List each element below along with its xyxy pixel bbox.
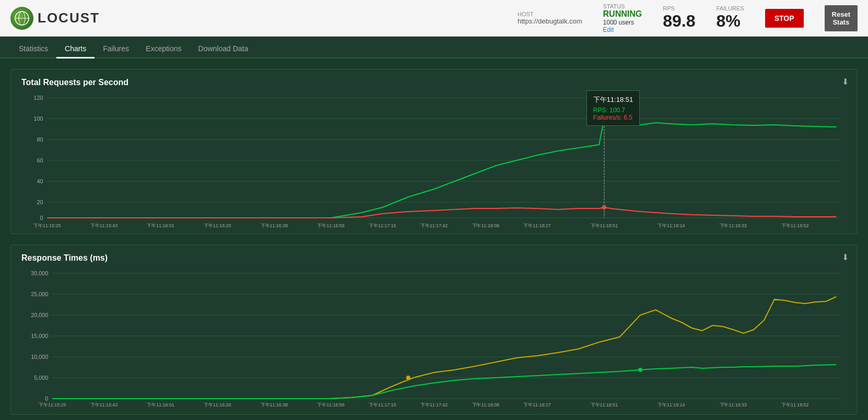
rps-value: 89.8 [663,11,695,31]
svg-text:下午11:18:51: 下午11:18:51 [591,223,618,228]
svg-text:下午11:19:33: 下午11:19:33 [720,223,747,228]
response-50-line [52,365,836,399]
svg-text:下午11:16:38: 下午11:16:38 [261,223,288,228]
svg-text:下午11:15:25: 下午11:15:25 [39,402,66,407]
users-value: 1000 users [603,19,642,26]
svg-text:下午11:16:01: 下午11:16:01 [147,223,174,228]
svg-text:25,000: 25,000 [31,291,48,297]
svg-text:下午11:15:25: 下午11:15:25 [33,223,61,228]
svg-text:下午11:17:42: 下午11:17:42 [420,402,448,407]
svg-text:下午11:18:27: 下午11:18:27 [523,402,550,407]
svg-text:15,000: 15,000 [31,333,48,339]
svg-text:下午11:18:08: 下午11:18:08 [472,402,499,407]
charts-area: Total Requests per Second ⬇ 下午11:18:51 R… [0,59,868,420]
svg-point-19 [602,205,606,209]
reset-button[interactable]: Reset Stats [825,5,858,31]
svg-text:下午11:16:56: 下午11:16:56 [317,223,344,228]
svg-text:下午11:19:14: 下午11:19:14 [658,223,685,228]
chart-rps-title: Total Requests per Second [21,78,847,87]
logo: LOCUST [10,7,100,30]
host-label: HOST [518,11,582,17]
chart-rt-download[interactable]: ⬇ [842,252,849,262]
chart-rps: Total Requests per Second ⬇ 下午11:18:51 R… [10,69,858,234]
svg-text:0: 0 [40,215,43,221]
svg-text:下午11:19:33: 下午11:19:33 [720,402,747,407]
header-info: HOST https://debugtalk.com STATUS RUNNIN… [518,3,858,33]
svg-text:下午11:18:08: 下午11:18:08 [472,223,499,228]
svg-text:下午11:16:01: 下午11:16:01 [147,402,174,407]
logo-icon [10,7,33,30]
svg-text:下午11:16:38: 下午11:16:38 [261,402,288,407]
chart-rt-svg: .grid-line2 { stroke: #2a5a3a; stroke-wi… [21,268,847,409]
failures-value: 8% [717,11,744,31]
status-label: STATUS [603,3,642,9]
failures-label: FAILURES [717,5,744,11]
host-value: https://debugtalk.com [518,17,582,25]
response-95-line [52,297,836,399]
rps-line [47,119,836,218]
svg-point-48 [638,368,642,372]
failures-line [47,207,836,218]
svg-text:80: 80 [37,136,43,143]
svg-text:下午11:18:27: 下午11:18:27 [523,223,550,228]
stop-button[interactable]: STOP [765,9,804,28]
logo-text: LOCUST [38,10,100,26]
status-block: STATUS RUNNING 1000 users Edit [603,3,642,33]
rps-label: RPS [663,5,695,11]
chart-rps-download[interactable]: ⬇ [842,77,849,87]
svg-text:5,000: 5,000 [34,375,48,381]
nav-charts[interactable]: Charts [56,40,95,59]
failures-block: FAILURES 8% [717,5,744,31]
svg-text:下午11:16:20: 下午11:16:20 [204,402,231,407]
status-value: RUNNING [603,9,642,19]
svg-text:下午11:18:51: 下午11:18:51 [591,402,618,407]
svg-text:20: 20 [37,199,43,205]
nav-exceptions[interactable]: Exceptions [137,40,190,59]
chart-rt-title: Response Times (ms) [21,253,847,263]
header: LOCUST HOST https://debugtalk.com STATUS… [0,0,868,37]
svg-text:下午11:19:52: 下午11:19:52 [781,223,808,228]
chart-rps-svg: .grid-line { stroke: #2a5a3a; stroke-wid… [21,92,847,228]
nav-download[interactable]: Download Data [190,40,257,59]
svg-text:20,000: 20,000 [31,312,48,318]
svg-text:下午11:17:15: 下午11:17:15 [369,402,396,407]
svg-text:100: 100 [33,115,43,122]
svg-text:40: 40 [37,178,43,184]
rps-block: RPS 89.8 [663,5,695,31]
svg-text:0: 0 [45,395,48,402]
chart-rt: Response Times (ms) ⬇ .grid-line2 { stro… [10,244,858,415]
svg-text:下午11:15:43: 下午11:15:43 [90,223,118,228]
svg-text:10,000: 10,000 [31,354,48,360]
svg-point-18 [602,116,606,121]
svg-text:下午11:19:52: 下午11:19:52 [781,402,808,407]
nav-failures[interactable]: Failures [95,40,137,59]
svg-text:下午11:16:20: 下午11:16:20 [204,223,231,228]
nav: Statistics Charts Failures Exceptions Do… [0,37,868,59]
host-block: HOST https://debugtalk.com [518,11,582,25]
nav-statistics[interactable]: Statistics [10,40,56,59]
svg-text:下午11:16:56: 下午11:16:56 [317,402,344,407]
svg-text:60: 60 [37,157,43,164]
svg-text:下午11:17:15: 下午11:17:15 [369,223,396,228]
svg-text:30,000: 30,000 [31,270,48,276]
svg-text:下午11:15:43: 下午11:15:43 [90,402,118,407]
svg-text:下午11:19:14: 下午11:19:14 [658,402,685,407]
edit-link[interactable]: Edit [603,26,642,33]
svg-text:120: 120 [33,95,43,101]
svg-text:下午11:17:42: 下午11:17:42 [420,223,448,228]
svg-point-49 [406,376,410,380]
